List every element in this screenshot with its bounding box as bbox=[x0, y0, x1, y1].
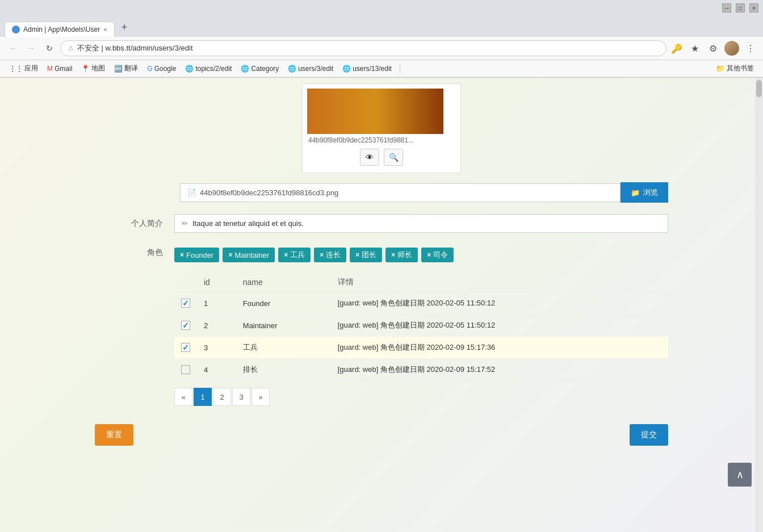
bookmark-category-label: Category bbox=[251, 65, 279, 73]
preview-filename: 44b90f8ef0b9dec2253761fd9881... bbox=[307, 134, 456, 146]
other-bookmarks-label: 其他书签 bbox=[727, 64, 754, 73]
row-id: 3 bbox=[197, 337, 236, 359]
preview-view-button[interactable]: 👁 bbox=[360, 149, 379, 166]
toolbar-icons: 🔑 ★ ⚙ ⋮ bbox=[670, 41, 757, 56]
row-name: 工兵 bbox=[236, 337, 331, 359]
bookmark-users13-edit[interactable]: 🌐 users/13/edit bbox=[339, 64, 395, 74]
role-tag-label: 团长 bbox=[362, 250, 376, 260]
row-id: 4 bbox=[197, 359, 236, 381]
pagination-page-3[interactable]: 3 bbox=[232, 388, 250, 406]
pagination-next[interactable]: » bbox=[251, 388, 270, 406]
row-detail: [guard: web] 角色创建日期 2020-02-09 15:17:52 bbox=[331, 359, 668, 381]
checkmark-icon: ✓ bbox=[182, 321, 189, 330]
role-tag-remove-icon: × bbox=[284, 251, 288, 259]
maximize-button[interactable]: □ bbox=[736, 3, 745, 12]
role-tag-label: Maintainer bbox=[234, 251, 269, 259]
bio-field[interactable]: ✏ Itaque at tenetur aliquid et et quis. bbox=[174, 214, 668, 233]
user-avatar[interactable] bbox=[724, 41, 739, 56]
table-header-row: id name 详情 bbox=[174, 273, 668, 292]
role-tags: ×Founder×Maintainer×工兵×连长×团长×师长×司令 bbox=[174, 243, 668, 267]
row-checkbox[interactable]: ✓ bbox=[181, 321, 190, 330]
col-id: id bbox=[197, 273, 236, 292]
col-checkbox bbox=[174, 273, 197, 292]
pagination-page-2[interactable]: 2 bbox=[213, 388, 231, 406]
bookmark-google-label: Google bbox=[154, 65, 177, 73]
role-tag-founder[interactable]: ×Founder bbox=[174, 248, 219, 262]
submit-button[interactable]: 提交 bbox=[630, 424, 668, 446]
forward-button[interactable]: → bbox=[24, 41, 39, 56]
scroll-top-icon: ∧ bbox=[736, 468, 744, 481]
preview-image bbox=[307, 89, 443, 134]
minimize-button[interactable]: ─ bbox=[722, 3, 731, 12]
bookmark-translate[interactable]: 🔤 翻译 bbox=[111, 62, 141, 74]
users3-icon: 🌐 bbox=[288, 65, 296, 73]
address-bar: ← → ↻ ⚠ 不安全 | w.bbs.tt/admin/users/3/edi… bbox=[0, 37, 763, 60]
bookmark-users3-edit[interactable]: 🌐 users/3/edit bbox=[284, 64, 337, 74]
row-checkbox[interactable]: ✓ bbox=[181, 343, 190, 352]
table-row: ✓ 3 工兵 [guard: web] 角色创建日期 2020-02-09 15… bbox=[174, 337, 668, 359]
page-content: 44b90f8ef0b9dec2253761fd9881... 👁 🔍 📄 44… bbox=[0, 78, 763, 532]
role-tag-remove-icon: × bbox=[228, 251, 232, 259]
role-label: 角色 bbox=[95, 243, 174, 258]
row-name: Founder bbox=[236, 292, 331, 315]
edit-icon: ✏ bbox=[182, 219, 188, 228]
role-tag-label: 工兵 bbox=[290, 250, 305, 260]
pagination: «123» bbox=[174, 381, 668, 413]
url-bar[interactable]: ⚠ 不安全 | w.bbs.tt/admin/users/3/edit bbox=[60, 40, 666, 56]
row-detail: [guard: web] 角色创建日期 2020-02-05 11:50:12 bbox=[331, 292, 668, 315]
browse-label: 浏览 bbox=[643, 187, 658, 198]
bookmark-maps-label: 地图 bbox=[91, 64, 105, 73]
role-tag-lianchang[interactable]: ×连长 bbox=[314, 248, 346, 262]
bottom-actions: 重置 提交 bbox=[95, 424, 668, 446]
bookmark-google[interactable]: G Google bbox=[144, 64, 179, 74]
active-tab[interactable]: Admin | App\Models\User × bbox=[5, 22, 115, 37]
reset-button[interactable]: 重置 bbox=[95, 424, 133, 446]
role-tag-siling[interactable]: ×司令 bbox=[421, 248, 454, 262]
bookmark-category[interactable]: 🌐 Category bbox=[237, 64, 282, 74]
bookmark-apps[interactable]: ⋮⋮ 应用 bbox=[6, 62, 41, 74]
window-controls[interactable]: ─ □ × bbox=[722, 3, 758, 12]
extensions-icon[interactable]: ⚙ bbox=[706, 41, 720, 55]
role-tag-label: 司令 bbox=[433, 250, 448, 260]
bookmark-apps-label: 应用 bbox=[24, 64, 38, 73]
tab-bar: Admin | App\Models\User × + bbox=[0, 16, 763, 37]
close-window-button[interactable]: × bbox=[749, 3, 758, 12]
title-bar: ─ □ × bbox=[0, 0, 763, 16]
bookmark-topics-edit[interactable]: 🌐 topics/2/edit bbox=[182, 64, 235, 74]
bookmark-maps[interactable]: 📍 地图 bbox=[78, 62, 108, 74]
table-row: ✓ 2 Maintainer [guard: web] 角色创建日期 2020-… bbox=[174, 315, 668, 337]
reload-button[interactable]: ↻ bbox=[42, 41, 57, 56]
new-tab-button[interactable]: + bbox=[116, 18, 133, 37]
scroll-bar[interactable] bbox=[755, 78, 763, 532]
password-key-icon[interactable]: 🔑 bbox=[670, 41, 684, 55]
back-button[interactable]: ← bbox=[6, 41, 20, 56]
bookmark-gmail[interactable]: M Gmail bbox=[44, 64, 76, 74]
row-checkbox[interactable]: ✓ bbox=[181, 299, 190, 308]
security-icon: ⚠ bbox=[68, 44, 74, 52]
browse-button[interactable]: 📁 浏览 bbox=[621, 182, 668, 203]
pagination-page-1[interactable]: 1 bbox=[194, 388, 212, 406]
maps-icon: 📍 bbox=[81, 65, 90, 73]
tab-close-button[interactable]: × bbox=[103, 26, 107, 33]
other-bookmarks[interactable]: 📁 其他书签 bbox=[712, 62, 757, 74]
role-tag-gongbing[interactable]: ×工兵 bbox=[278, 248, 311, 262]
row-checkbox[interactable] bbox=[181, 365, 190, 374]
bio-control: ✏ Itaque at tenetur aliquid et et quis. bbox=[174, 214, 668, 233]
checkmark-icon: ✓ bbox=[182, 299, 189, 308]
pagination-prev[interactable]: « bbox=[174, 388, 192, 406]
bookmark-users3-label: users/3/edit bbox=[298, 65, 333, 73]
menu-icon[interactable]: ⋮ bbox=[744, 41, 757, 55]
row-checkbox-cell: ✓ bbox=[174, 292, 197, 315]
users13-icon: 🌐 bbox=[342, 65, 351, 73]
scroll-top-button[interactable]: ∧ bbox=[728, 463, 752, 487]
role-tag-shizhang[interactable]: ×师长 bbox=[385, 248, 418, 262]
bookmark-star-icon[interactable]: ★ bbox=[688, 41, 702, 55]
row-name: 排长 bbox=[236, 359, 331, 381]
preview-zoom-button[interactable]: 🔍 bbox=[384, 149, 403, 166]
role-tag-label: 连长 bbox=[326, 250, 341, 260]
table-row: 4 排长 [guard: web] 角色创建日期 2020-02-09 15:1… bbox=[174, 359, 668, 381]
role-tag-tuanzhang[interactable]: ×团长 bbox=[350, 248, 382, 262]
role-tag-maintainer[interactable]: ×Maintainer bbox=[223, 248, 275, 262]
role-tag-label: Founder bbox=[186, 251, 213, 259]
tab-favicon bbox=[12, 26, 20, 33]
